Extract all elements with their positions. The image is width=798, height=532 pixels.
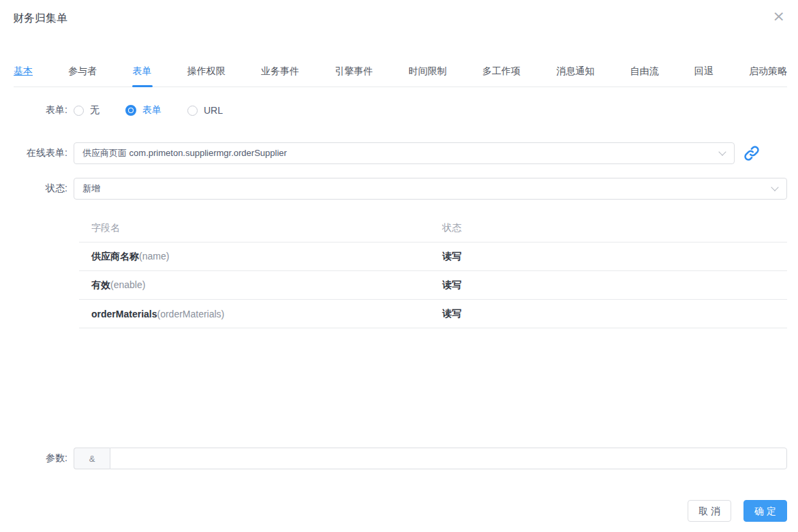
online-form-label: 在线表单: [0, 147, 74, 159]
tab-rollback[interactable]: 回退 [694, 65, 713, 77]
radio-none-label: 无 [90, 104, 99, 116]
tab-operation-permission[interactable]: 操作权限 [187, 65, 226, 77]
radio-selected-icon [125, 105, 136, 116]
online-form-select[interactable]: 供应商页面 com.primeton.suppliermgr.orderSupp… [74, 142, 735, 164]
params-label: 参数: [0, 452, 74, 465]
field-code: (enable) [110, 279, 145, 290]
status-row: 状态: 新增 [0, 178, 787, 199]
tab-engine-event[interactable]: 引擎事件 [335, 65, 373, 77]
radio-none[interactable]: 无 [74, 104, 99, 116]
params-addon: & [74, 448, 110, 469]
field-name: 供应商名称 [91, 251, 139, 262]
chevron-down-icon [718, 148, 726, 155]
form-link-icon[interactable] [743, 145, 760, 161]
form-type-radio-group: 无 表单 URL [74, 104, 249, 116]
tab-participants[interactable]: 参与者 [68, 65, 97, 77]
status-select-value: 新增 [82, 183, 100, 195]
field-name: 有效 [91, 279, 110, 290]
tab-start-strategy[interactable]: 启动策略 [749, 65, 787, 77]
tab-free-flow[interactable]: 自由流 [630, 65, 658, 77]
column-header-status: 状态 [442, 222, 787, 234]
ok-button[interactable]: 确 定 [743, 500, 787, 522]
radio-icon [74, 106, 84, 116]
tab-message-notify[interactable]: 消息通知 [556, 65, 594, 77]
field-code: (name) [139, 251, 169, 262]
table-row[interactable]: orderMaterials(orderMaterials) 读写 [79, 300, 787, 328]
tab-time-limit[interactable]: 时间限制 [409, 65, 447, 77]
fields-table: 字段名 状态 供应商名称(name) 读写 有效(enable) 读写 orde… [79, 216, 787, 328]
fields-table-header: 字段名 状态 [79, 216, 787, 242]
radio-url-label: URL [204, 105, 223, 116]
table-row[interactable]: 有效(enable) 读写 [79, 271, 787, 300]
chevron-down-icon [771, 183, 778, 191]
params-row: 参数: & [0, 448, 787, 469]
radio-url[interactable]: URL [187, 105, 223, 116]
field-code: (orderMaterials) [157, 309, 224, 319]
form-type-label: 表单: [0, 104, 74, 116]
table-row[interactable]: 供应商名称(name) 读写 [79, 242, 787, 271]
tab-multi-workitem[interactable]: 多工作项 [482, 65, 521, 77]
online-form-row: 在线表单: 供应商页面 com.primeton.suppliermgr.ord… [0, 142, 760, 164]
field-status: 读写 [442, 251, 461, 262]
field-name: orderMaterials [91, 309, 157, 319]
cancel-button[interactable]: 取 消 [688, 500, 731, 522]
dialog-title: 财务归集单 [13, 12, 67, 26]
tab-form[interactable]: 表单 [133, 65, 152, 77]
dialog-footer: 取 消 确 定 [688, 500, 787, 522]
field-status: 读写 [442, 279, 461, 290]
radio-form-label: 表单 [142, 104, 162, 116]
radio-icon [187, 106, 198, 116]
close-icon[interactable]: × [769, 7, 789, 25]
params-input-group: & [74, 448, 787, 469]
params-input[interactable] [110, 448, 787, 469]
online-form-select-value: 供应商页面 com.primeton.suppliermgr.orderSupp… [82, 147, 287, 159]
tab-basic[interactable]: 基本 [14, 65, 33, 77]
tab-bar: 基本 参与者 表单 操作权限 业务事件 引擎事件 时间限制 多工作项 消息通知 … [14, 65, 787, 87]
status-select[interactable]: 新增 [74, 178, 787, 200]
radio-form[interactable]: 表单 [125, 104, 162, 116]
field-status: 读写 [442, 308, 461, 319]
form-type-row: 表单: 无 表单 URL [0, 100, 787, 121]
column-header-field-name: 字段名 [79, 222, 442, 234]
tab-business-event[interactable]: 业务事件 [261, 65, 299, 77]
status-label: 状态: [0, 183, 74, 195]
